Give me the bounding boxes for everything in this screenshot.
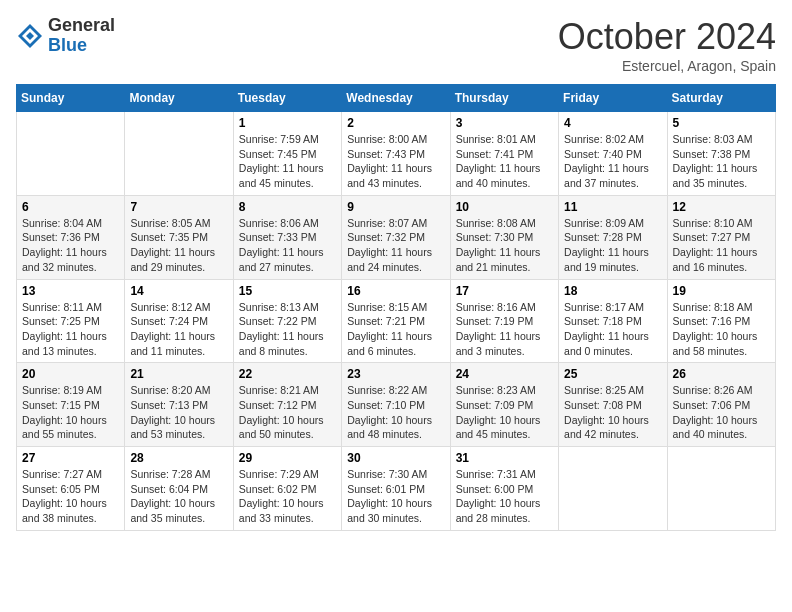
day-cell: 25Sunrise: 8:25 AMSunset: 7:08 PMDayligh… [559,363,667,447]
day-cell: 18Sunrise: 8:17 AMSunset: 7:18 PMDayligh… [559,279,667,363]
day-cell: 8Sunrise: 8:06 AMSunset: 7:33 PMDaylight… [233,195,341,279]
day-number: 13 [22,284,119,298]
week-row-1: 1Sunrise: 7:59 AMSunset: 7:45 PMDaylight… [17,112,776,196]
day-number: 1 [239,116,336,130]
day-cell: 15Sunrise: 8:13 AMSunset: 7:22 PMDayligh… [233,279,341,363]
header-row: SundayMondayTuesdayWednesdayThursdayFrid… [17,85,776,112]
day-number: 26 [673,367,770,381]
day-cell: 17Sunrise: 8:16 AMSunset: 7:19 PMDayligh… [450,279,558,363]
day-number: 10 [456,200,553,214]
day-info: Sunrise: 8:09 AMSunset: 7:28 PMDaylight:… [564,216,661,275]
day-info: Sunrise: 8:01 AMSunset: 7:41 PMDaylight:… [456,132,553,191]
day-number: 19 [673,284,770,298]
logo-text: General Blue [48,16,115,56]
day-info: Sunrise: 8:21 AMSunset: 7:12 PMDaylight:… [239,383,336,442]
title-section: October 2024 Estercuel, Aragon, Spain [558,16,776,74]
day-number: 12 [673,200,770,214]
week-row-5: 27Sunrise: 7:27 AMSunset: 6:05 PMDayligh… [17,447,776,531]
day-cell: 13Sunrise: 8:11 AMSunset: 7:25 PMDayligh… [17,279,125,363]
day-number: 5 [673,116,770,130]
day-info: Sunrise: 8:02 AMSunset: 7:40 PMDaylight:… [564,132,661,191]
week-row-3: 13Sunrise: 8:11 AMSunset: 7:25 PMDayligh… [17,279,776,363]
day-cell: 10Sunrise: 8:08 AMSunset: 7:30 PMDayligh… [450,195,558,279]
day-number: 4 [564,116,661,130]
header-day-thursday: Thursday [450,85,558,112]
day-info: Sunrise: 7:59 AMSunset: 7:45 PMDaylight:… [239,132,336,191]
day-cell: 26Sunrise: 8:26 AMSunset: 7:06 PMDayligh… [667,363,775,447]
day-info: Sunrise: 8:05 AMSunset: 7:35 PMDaylight:… [130,216,227,275]
day-info: Sunrise: 8:04 AMSunset: 7:36 PMDaylight:… [22,216,119,275]
header-day-wednesday: Wednesday [342,85,450,112]
day-number: 9 [347,200,444,214]
day-info: Sunrise: 8:15 AMSunset: 7:21 PMDaylight:… [347,300,444,359]
day-info: Sunrise: 7:30 AMSunset: 6:01 PMDaylight:… [347,467,444,526]
day-info: Sunrise: 8:10 AMSunset: 7:27 PMDaylight:… [673,216,770,275]
day-number: 15 [239,284,336,298]
header-day-monday: Monday [125,85,233,112]
day-number: 7 [130,200,227,214]
day-info: Sunrise: 8:23 AMSunset: 7:09 PMDaylight:… [456,383,553,442]
day-cell: 24Sunrise: 8:23 AMSunset: 7:09 PMDayligh… [450,363,558,447]
day-info: Sunrise: 8:22 AMSunset: 7:10 PMDaylight:… [347,383,444,442]
day-cell: 30Sunrise: 7:30 AMSunset: 6:01 PMDayligh… [342,447,450,531]
day-cell: 11Sunrise: 8:09 AMSunset: 7:28 PMDayligh… [559,195,667,279]
day-cell: 29Sunrise: 7:29 AMSunset: 6:02 PMDayligh… [233,447,341,531]
day-cell: 1Sunrise: 7:59 AMSunset: 7:45 PMDaylight… [233,112,341,196]
day-info: Sunrise: 8:26 AMSunset: 7:06 PMDaylight:… [673,383,770,442]
day-info: Sunrise: 8:08 AMSunset: 7:30 PMDaylight:… [456,216,553,275]
day-cell: 9Sunrise: 8:07 AMSunset: 7:32 PMDaylight… [342,195,450,279]
day-info: Sunrise: 8:06 AMSunset: 7:33 PMDaylight:… [239,216,336,275]
day-info: Sunrise: 7:27 AMSunset: 6:05 PMDaylight:… [22,467,119,526]
day-info: Sunrise: 7:29 AMSunset: 6:02 PMDaylight:… [239,467,336,526]
day-number: 3 [456,116,553,130]
logo-icon [16,22,44,50]
month-title: October 2024 [558,16,776,58]
day-info: Sunrise: 8:18 AMSunset: 7:16 PMDaylight:… [673,300,770,359]
day-number: 28 [130,451,227,465]
day-number: 2 [347,116,444,130]
day-info: Sunrise: 8:16 AMSunset: 7:19 PMDaylight:… [456,300,553,359]
day-cell: 5Sunrise: 8:03 AMSunset: 7:38 PMDaylight… [667,112,775,196]
day-cell [667,447,775,531]
header-day-sunday: Sunday [17,85,125,112]
day-cell: 23Sunrise: 8:22 AMSunset: 7:10 PMDayligh… [342,363,450,447]
day-info: Sunrise: 8:11 AMSunset: 7:25 PMDaylight:… [22,300,119,359]
day-number: 16 [347,284,444,298]
day-cell: 22Sunrise: 8:21 AMSunset: 7:12 PMDayligh… [233,363,341,447]
logo: General Blue [16,16,115,56]
day-number: 6 [22,200,119,214]
day-info: Sunrise: 7:28 AMSunset: 6:04 PMDaylight:… [130,467,227,526]
week-row-2: 6Sunrise: 8:04 AMSunset: 7:36 PMDaylight… [17,195,776,279]
day-number: 18 [564,284,661,298]
day-info: Sunrise: 7:31 AMSunset: 6:00 PMDaylight:… [456,467,553,526]
day-number: 29 [239,451,336,465]
day-cell: 21Sunrise: 8:20 AMSunset: 7:13 PMDayligh… [125,363,233,447]
logo-blue: Blue [48,36,115,56]
location-subtitle: Estercuel, Aragon, Spain [558,58,776,74]
day-info: Sunrise: 8:07 AMSunset: 7:32 PMDaylight:… [347,216,444,275]
day-info: Sunrise: 8:12 AMSunset: 7:24 PMDaylight:… [130,300,227,359]
day-number: 20 [22,367,119,381]
page-header: General Blue October 2024 Estercuel, Ara… [16,16,776,74]
day-cell: 4Sunrise: 8:02 AMSunset: 7:40 PMDaylight… [559,112,667,196]
header-day-tuesday: Tuesday [233,85,341,112]
day-cell: 14Sunrise: 8:12 AMSunset: 7:24 PMDayligh… [125,279,233,363]
day-number: 31 [456,451,553,465]
day-number: 30 [347,451,444,465]
day-cell: 28Sunrise: 7:28 AMSunset: 6:04 PMDayligh… [125,447,233,531]
day-number: 24 [456,367,553,381]
day-cell: 6Sunrise: 8:04 AMSunset: 7:36 PMDaylight… [17,195,125,279]
day-number: 23 [347,367,444,381]
day-info: Sunrise: 8:00 AMSunset: 7:43 PMDaylight:… [347,132,444,191]
header-day-friday: Friday [559,85,667,112]
day-info: Sunrise: 8:03 AMSunset: 7:38 PMDaylight:… [673,132,770,191]
day-number: 8 [239,200,336,214]
day-info: Sunrise: 8:25 AMSunset: 7:08 PMDaylight:… [564,383,661,442]
day-cell: 7Sunrise: 8:05 AMSunset: 7:35 PMDaylight… [125,195,233,279]
day-number: 21 [130,367,227,381]
day-number: 11 [564,200,661,214]
day-info: Sunrise: 8:13 AMSunset: 7:22 PMDaylight:… [239,300,336,359]
day-cell [125,112,233,196]
day-number: 27 [22,451,119,465]
day-number: 25 [564,367,661,381]
